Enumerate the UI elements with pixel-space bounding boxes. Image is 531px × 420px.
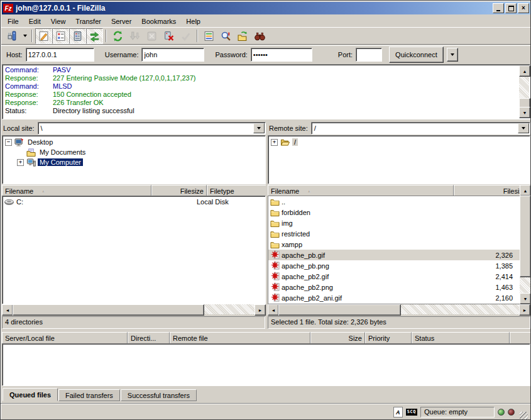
remote-horizontal-scrollbar[interactable]: ◄ ► bbox=[268, 304, 530, 314]
password-label: Password: bbox=[215, 51, 247, 58]
transfer-queue-list bbox=[2, 343, 530, 386]
local-tree-toggle-button[interactable] bbox=[52, 28, 69, 44]
filter-button[interactable] bbox=[200, 28, 217, 44]
queue-column-header-blank[interactable] bbox=[510, 332, 530, 343]
sync-browsing-button[interactable] bbox=[234, 28, 251, 44]
message-log-toggle-button[interactable] bbox=[35, 28, 52, 44]
menu-server[interactable]: Server bbox=[106, 16, 136, 26]
queue-column-header-directi[interactable]: Directi... bbox=[128, 332, 170, 343]
remote-list-scrollbar[interactable]: ▲ ▼ bbox=[520, 185, 530, 304]
file-name-cell: apache_pb.gif bbox=[268, 250, 448, 260]
scroll-left-icon[interactable]: ◄ bbox=[2, 304, 13, 316]
find-button[interactable] bbox=[251, 28, 268, 44]
queue-column-header-priority[interactable]: Priority bbox=[365, 332, 412, 343]
compare-button[interactable] bbox=[217, 28, 234, 44]
close-button[interactable]: × bbox=[518, 3, 529, 13]
local-horizontal-scrollbar[interactable]: ◄ ► bbox=[2, 304, 266, 314]
username-input[interactable] bbox=[141, 48, 204, 62]
queue-column-header-remote-file[interactable]: Remote file bbox=[170, 332, 310, 343]
remote-site-dropdown-button[interactable] bbox=[518, 123, 529, 133]
local-site-combobox[interactable]: \ bbox=[38, 122, 266, 135]
toolbar-separator bbox=[31, 30, 33, 42]
scroll-left-icon[interactable]: ◄ bbox=[268, 304, 279, 316]
image-file-icon bbox=[270, 282, 280, 292]
remote-scrollbar-thumb[interactable] bbox=[520, 196, 531, 277]
tab-failed-transfers[interactable]: Failed transfers bbox=[58, 389, 120, 401]
log-line-text: 150 Connection accepted bbox=[53, 91, 131, 99]
resize-grip[interactable] bbox=[520, 412, 528, 420]
remote-tree-item-blank[interactable]: +/ bbox=[268, 137, 530, 147]
site-manager-button[interactable] bbox=[4, 28, 21, 44]
refresh-button[interactable] bbox=[109, 28, 126, 44]
status-badge-icon[interactable]: SCQ bbox=[406, 409, 417, 416]
expand-plus-icon[interactable]: + bbox=[17, 159, 24, 166]
local-file-row-c[interactable]: C:Local Disk bbox=[3, 196, 265, 207]
remote-file-row-apache-pb2-ani-gif[interactable]: apache_pb2_ani.gif2,160 bbox=[268, 292, 520, 303]
maximize-button[interactable] bbox=[505, 3, 517, 13]
minimize-button[interactable] bbox=[493, 3, 504, 13]
transfer-type-icon[interactable]: A bbox=[393, 407, 403, 417]
remote-tree-toggle-button[interactable] bbox=[69, 28, 86, 44]
site-manager-dropdown-button[interactable] bbox=[21, 29, 29, 43]
remote-file-row-apache-pb2-png[interactable]: apache_pb2.png1,463 bbox=[268, 282, 520, 292]
menu-edit[interactable]: Edit bbox=[24, 16, 46, 26]
log-line-label: Response: bbox=[3, 74, 53, 82]
menu-file[interactable]: File bbox=[3, 16, 24, 26]
local-site-dropdown-button[interactable] bbox=[253, 123, 265, 133]
scroll-down-icon[interactable]: ▼ bbox=[519, 107, 530, 118]
file-name-cell: apache_pb2.png bbox=[268, 282, 448, 292]
port-input[interactable] bbox=[356, 48, 382, 62]
scroll-up-icon[interactable]: ▲ bbox=[519, 65, 530, 77]
remote-file-row-forbidden[interactable]: forbidden bbox=[268, 207, 520, 218]
remote-file-row-blank[interactable]: .. bbox=[268, 196, 520, 207]
scroll-down-icon[interactable]: ▼ bbox=[520, 293, 531, 304]
image-file-icon bbox=[270, 272, 280, 281]
menu-view[interactable]: View bbox=[46, 16, 71, 26]
title-bar[interactable]: Fz john@127.0.0.1 - FileZilla × bbox=[2, 2, 530, 14]
remote-file-row-img[interactable]: img bbox=[268, 218, 520, 228]
tab-queued-files[interactable]: Queued files bbox=[3, 388, 58, 401]
queue-column-header-size[interactable]: Size bbox=[310, 332, 365, 343]
quickconnect-button-label: Quickconnect bbox=[395, 51, 437, 58]
menu-help[interactable]: Help bbox=[181, 16, 205, 26]
collapse-minus-icon[interactable]: − bbox=[5, 139, 12, 146]
remote-column-header-filesize[interactable]: Filesize bbox=[454, 185, 520, 196]
chevron-down-icon bbox=[522, 127, 525, 130]
menu-bookmarks[interactable]: Bookmarks bbox=[136, 16, 181, 26]
quickconnect-dropdown-button[interactable] bbox=[447, 48, 458, 62]
remote-hscroll-thumb[interactable] bbox=[278, 304, 401, 316]
local-tree-item-desktop[interactable]: −Desktop bbox=[3, 137, 265, 147]
local-hscroll-thumb[interactable] bbox=[13, 304, 204, 316]
remote-file-row-apache-pb-png[interactable]: apache_pb.png1,385 bbox=[268, 260, 520, 271]
disconnect-button[interactable] bbox=[160, 28, 177, 44]
quickconnect-button[interactable]: Quickconnect bbox=[389, 47, 444, 63]
cancel-button bbox=[143, 28, 160, 44]
queue-column-header-server-local-file[interactable]: Server/Local file bbox=[2, 332, 128, 343]
password-input[interactable] bbox=[251, 48, 312, 62]
local-column-header-filesize[interactable]: Filesize bbox=[151, 185, 207, 196]
host-input[interactable] bbox=[26, 48, 94, 62]
queue-toggle-icon bbox=[89, 31, 100, 41]
queue-column-header-status[interactable]: Status bbox=[412, 332, 510, 343]
menu-transfer[interactable]: Transfer bbox=[70, 16, 106, 26]
log-scrollbar[interactable]: ▲ ▼ bbox=[519, 65, 529, 118]
log-line-text: 227 Entering Passive Mode (127,0,0,1,17,… bbox=[53, 74, 195, 82]
local-column-header-filetype[interactable]: Filetype bbox=[207, 185, 266, 196]
expand-plus-icon[interactable]: + bbox=[271, 139, 278, 146]
remote-file-row-apache-pb-gif[interactable]: apache_pb.gif2,326 bbox=[268, 250, 520, 260]
scroll-right-icon[interactable]: ► bbox=[519, 304, 530, 316]
remote-site-combobox[interactable]: / bbox=[311, 122, 530, 135]
remote-file-list: ..forbiddenimgrestrictedxamppapache_pb.g… bbox=[268, 196, 520, 304]
reconnect-button bbox=[177, 28, 194, 44]
remote-column-header-filename[interactable]: Filename▲ bbox=[268, 185, 454, 196]
remote-file-row-restricted[interactable]: restricted bbox=[268, 228, 520, 239]
local-tree-item-my-documents[interactable]: My Documents bbox=[3, 147, 265, 157]
tab-successful-transfers[interactable]: Successful transfers bbox=[121, 389, 197, 401]
local-tree-item-my-computer[interactable]: +My Computer bbox=[3, 157, 265, 167]
local-column-header-filename[interactable]: Filename▲ bbox=[2, 185, 151, 196]
scroll-right-icon[interactable]: ► bbox=[255, 304, 266, 316]
remote-file-row-apache-pb2-gif[interactable]: apache_pb2.gif2,414 bbox=[268, 271, 520, 282]
queue-toggle-button[interactable] bbox=[86, 28, 103, 44]
scroll-up-icon[interactable]: ▲ bbox=[520, 185, 531, 196]
remote-file-row-xampp[interactable]: xampp bbox=[268, 239, 520, 250]
